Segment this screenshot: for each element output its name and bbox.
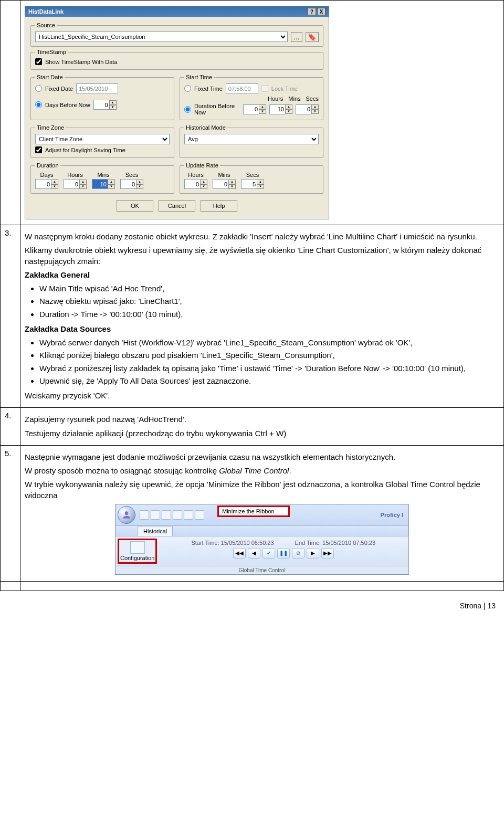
heading-general: Zakładka General <box>25 270 90 279</box>
duration-group: Duration Days▲▼ Hours▲▼ Mins▲▼ Secs▲▼ <box>30 162 174 194</box>
dur-secs-spinner[interactable]: ▲▼ <box>120 179 143 189</box>
ds-bullet-3: Wybrać z poniżeszej listy zakładek tą op… <box>39 363 499 374</box>
timezone-legend: Time Zone <box>35 124 66 131</box>
source-group: Source Hist.Line1_Specific_Steam_Consump… <box>30 22 323 47</box>
qat-icon[interactable] <box>195 510 204 520</box>
dur-mins-spinner[interactable]: ▲▼ <box>92 179 115 189</box>
help-button[interactable]: Help <box>201 200 237 212</box>
browse-button[interactable]: ... <box>291 32 302 42</box>
step-5-p1: Następnie wymagane jest dodanie możliwoś… <box>25 452 499 462</box>
duration-before-radio[interactable] <box>184 106 191 113</box>
page-footer: Strona | 13 <box>0 591 504 614</box>
step-5-number: 5. <box>1 445 20 581</box>
fixed-date-radio[interactable] <box>35 85 42 92</box>
days-before-label: Days Before Now <box>45 102 90 108</box>
updaterate-legend: Update Rate <box>184 162 220 168</box>
histmode-group: Historical Mode Avg <box>180 124 323 158</box>
pause-button[interactable]: ❚❚ <box>277 548 290 558</box>
app-orb-icon[interactable] <box>118 506 135 524</box>
qat-icon[interactable] <box>173 510 182 520</box>
configuration-label: Configuration <box>120 555 154 561</box>
ur-mins-spinner[interactable]: ▲▼ <box>213 179 236 189</box>
days-before-radio[interactable] <box>35 101 42 108</box>
duration-before-label: Duration Before Now <box>194 103 240 115</box>
timezone-select[interactable]: Client Time Zone <box>35 134 170 144</box>
step-3-ok: Wciskamy przycisk 'OK'. <box>25 391 499 401</box>
histmode-select[interactable]: Avg <box>184 134 319 144</box>
tag-button[interactable]: 🔖 <box>306 32 319 42</box>
qat-icon[interactable] <box>162 510 171 520</box>
start-date-legend: Start Date <box>35 74 65 80</box>
source-select[interactable]: Hist.Line1_Specific_Steam_Consumption <box>35 31 288 42</box>
histdatalink-dialog: HistDataLink ? X Source Hist.Line1_Speci… <box>25 6 329 219</box>
ur-hours-spinner[interactable]: ▲▼ <box>184 179 207 189</box>
qat-icon[interactable] <box>184 510 193 520</box>
gen-bullet-2: Nazwę obiektu wpisać jako: 'LineChart1', <box>39 296 499 307</box>
panel-label: Global Time Control <box>116 566 408 574</box>
end-time-label: End Time: 15/05/2010 07:50:23 <box>295 540 376 546</box>
quick-access-toolbar <box>140 510 204 520</box>
step-4-p2: Testujemy działanie aplikacji (przechodz… <box>25 428 499 439</box>
fast-forward-button[interactable]: ▶▶ <box>321 548 334 558</box>
start-date-group: Start Date Fixed Date Days Before Now ▲▼ <box>30 74 174 120</box>
days-before-spinner[interactable]: ▲▼ <box>93 100 117 110</box>
stop-button[interactable]: ⊘ <box>292 548 304 558</box>
ds-bullet-2: Kliknąć poniżej białego obszaru pod pisa… <box>39 350 499 361</box>
updaterate-group: Update Rate Hours▲▼ Mins▲▼ Secs▲▼ <box>180 162 323 194</box>
step-4-p1: Zapisujemy rysunek pod nazwą 'AdHocTrend… <box>25 414 499 425</box>
svg-point-0 <box>125 511 129 515</box>
play-button[interactable]: ✔ <box>262 548 275 558</box>
window-title: HistDataLink <box>28 8 64 15</box>
back-button[interactable]: ◀ <box>248 548 260 558</box>
configuration-button[interactable]: Configuration <box>118 539 157 564</box>
duration-legend: Duration <box>35 162 60 168</box>
ds-bullet-4: Upewnić się, że 'Apply To All Data Sourc… <box>39 376 499 386</box>
qat-icon[interactable] <box>140 510 149 520</box>
dst-label: Adjust for Daylight Saving Time <box>45 147 125 153</box>
forward-button[interactable]: ▶ <box>307 548 319 558</box>
step-5-p3: W trybie wykonywania należy się upewnić,… <box>25 479 499 501</box>
lock-time-label: Lock Time <box>271 86 298 92</box>
dur-hours-spinner[interactable]: ▲▼ <box>64 179 87 189</box>
gen-bullet-1: W Main Title wpisać 'Ad Hoc Trend', <box>39 283 499 294</box>
cancel-button[interactable]: Cancel <box>159 200 195 212</box>
st-secs-spinner[interactable]: ▲▼ <box>296 104 319 114</box>
configuration-icon <box>130 541 145 554</box>
help-icon[interactable]: ? <box>308 8 316 15</box>
step-3-number: 3. <box>1 225 20 408</box>
start-time-legend: Start Time <box>184 74 214 80</box>
fixed-time-input <box>226 83 258 93</box>
ok-button[interactable]: OK <box>117 200 153 212</box>
playback-controls: ◀◀ ◀ ✔ ❚❚ ⊘ ▶ ▶▶ <box>233 548 334 558</box>
qat-icon[interactable] <box>151 510 160 520</box>
dur-days-spinner[interactable]: ▲▼ <box>35 179 58 189</box>
show-timestamp-checkbox[interactable] <box>35 58 42 65</box>
timestamp-group: TimeStamp Show TimeStamp With Data <box>30 49 323 70</box>
ur-secs-spinner[interactable]: ▲▼ <box>241 179 264 189</box>
source-legend: Source <box>35 22 57 28</box>
step-3-p2: Klikamy dwukrotnie obiekt wykresu i upew… <box>25 245 499 267</box>
fixed-date-label: Fixed Date <box>45 86 73 92</box>
fixed-time-label: Fixed Time <box>194 86 223 92</box>
fixed-date-input <box>76 83 118 93</box>
histmode-legend: Historical Mode <box>184 124 227 131</box>
st-hours-spinner[interactable]: ▲▼ <box>243 104 266 114</box>
st-mins-spinner[interactable]: ▲▼ <box>269 104 292 114</box>
timezone-group: Time Zone Client Time Zone Adjust for Da… <box>30 124 174 158</box>
gen-bullet-3: Duration -> Time -> '00:10:00' (10 minut… <box>39 309 499 320</box>
ribbon-screenshot: Minimize the Ribbon Proficy I Historical… <box>115 504 409 575</box>
timestamp-legend: TimeStamp <box>35 49 68 55</box>
minimize-ribbon-tooltip: Minimize the Ribbon <box>217 505 290 517</box>
ds-bullet-1: Wybrać serwer danych 'Hist (Workflow-V12… <box>39 338 499 348</box>
fixed-time-radio[interactable] <box>184 85 191 92</box>
lock-time-checkbox <box>261 85 268 92</box>
tab-historical[interactable]: Historical <box>138 526 173 536</box>
start-time-group: Start Time Fixed Time Lock Time Hours Mi… <box>180 74 323 120</box>
start-time-label: Start Time: 15/05/2010 06:50:23 <box>191 540 274 546</box>
show-timestamp-label: Show TimeStamp With Data <box>45 59 118 65</box>
brand-label: Proficy I <box>381 512 406 518</box>
dst-checkbox[interactable] <box>35 146 42 153</box>
close-icon[interactable]: X <box>317 8 326 15</box>
rewind-button[interactable]: ◀◀ <box>233 548 246 558</box>
step-5-p2: W prosty sposób można to osiągnąć stosuj… <box>25 466 499 476</box>
